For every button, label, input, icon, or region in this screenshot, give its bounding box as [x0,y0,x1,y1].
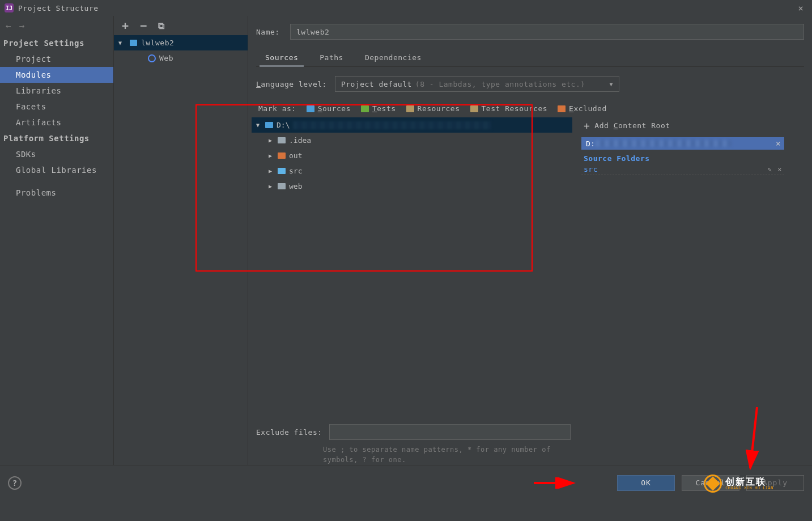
folder-icon [278,168,286,174]
title-bar: IJ Project Structure × [0,0,812,16]
module-content: Name: Sources Paths Dependencies Languag… [248,16,812,465]
content-root-path[interactable]: D: × [581,137,784,150]
module-name-input[interactable] [290,24,804,40]
sidebar-item-modules[interactable]: Modules [0,67,113,83]
section-project-settings: Project Settings [0,35,113,51]
web-facet-icon [148,54,156,62]
content-root-row[interactable]: ▼ D:\ [252,117,572,133]
module-icon [129,39,138,48]
folder-row-src[interactable]: ▶ src [252,163,572,179]
tab-dependencies[interactable]: Dependencies [363,50,424,66]
tests-color-icon [361,105,369,112]
expand-icon[interactable]: ▶ [266,168,274,174]
sidebar-item-facets[interactable]: Facets [0,99,113,115]
mark-resources-button[interactable]: Resources [406,104,460,113]
logo-icon [704,475,722,493]
nav-forward-icon[interactable]: → [19,20,25,31]
mark-tests-button[interactable]: Tests [361,104,396,113]
expand-icon[interactable]: ▶ [266,183,274,189]
dialog-footer: ? OK Cancel Apply [0,465,812,500]
folder-row-idea[interactable]: ▶ .idea [252,133,572,148]
resources-color-icon [406,105,414,112]
help-button[interactable]: ? [8,476,22,490]
folder-row-out[interactable]: ▶ out [252,148,572,163]
mark-test-resources-button[interactable]: Test Resources [470,104,548,113]
section-platform-settings: Platform Settings [0,130,113,146]
source-folder-label: src [584,165,598,173]
source-folder-item[interactable]: src ✎ × [581,164,784,175]
sidebar-item-problems[interactable]: Problems [0,185,113,201]
app-icon: IJ [5,3,14,12]
redacted-path [293,121,491,129]
exclude-hint: Use ; to separate name patterns, * for a… [256,442,573,465]
sources-color-icon [307,105,314,112]
sidebar-item-artifacts[interactable]: Artifacts [0,115,113,130]
content-roots-panel: + Add Content Root D: × Source Folders s… [581,117,784,270]
sidebar-item-project[interactable]: Project [0,51,113,67]
plus-icon: + [584,120,590,132]
mark-as-label: Mark as: [258,104,296,113]
remove-module-icon[interactable]: − [140,19,147,32]
sidebar-item-global-libraries[interactable]: Global Libraries [0,162,113,178]
content-root-prefix: D: [586,139,596,148]
exclude-files-input[interactable] [329,424,571,440]
remove-icon[interactable]: × [777,166,782,173]
language-level-hint: (8 - Lambdas, type annotations etc.) [415,80,585,88]
ok-button[interactable]: OK [617,475,675,491]
name-label: Name: [256,28,284,36]
add-content-root-button[interactable]: + Add Content Root [581,117,784,137]
module-node-root[interactable]: ▼ lwlweb2 [114,35,248,50]
tab-sources[interactable]: Sources [263,50,300,66]
folder-icon [278,153,286,159]
module-node-web[interactable]: Web [114,50,248,66]
exclude-files-label: Exclude files: [256,428,322,437]
root-path-prefix: D:\ [277,121,290,129]
copy-module-icon[interactable]: ⧉ [158,20,164,31]
language-level-value: Project default [341,80,412,88]
remove-root-icon[interactable]: × [776,139,781,148]
tab-paths[interactable]: Paths [317,50,346,66]
close-icon[interactable]: × [794,3,807,14]
expand-icon[interactable]: ▶ [266,137,274,143]
mark-sources-button[interactable]: Sources [307,104,351,113]
window-title: Project Structure [18,4,794,12]
folder-label: web [289,182,302,190]
edit-icon[interactable]: ✎ [768,166,772,173]
logo-text-cn: 创新互联 [725,477,773,486]
expand-icon[interactable]: ▶ [266,153,274,159]
folder-icon [278,183,286,189]
excluded-color-icon [558,105,566,112]
folder-label: .idea [289,136,311,145]
logo-text-en: CHUANG XIN HU LIAN [725,486,773,490]
sidebar-item-sdks[interactable]: SDKs [0,146,113,162]
watermark-logo: 创新互联 CHUANG XIN HU LIAN [704,475,773,493]
expand-icon[interactable]: ▼ [118,40,125,46]
nav-back-icon[interactable]: ← [6,20,11,31]
folder-label: out [289,151,302,160]
sidebar-item-libraries[interactable]: Libraries [0,83,113,99]
language-level-label: Language level: [256,80,327,88]
redacted-path [596,140,732,147]
folder-label: src [289,167,302,175]
test-resources-color-icon [470,105,478,112]
language-level-select[interactable]: Project default (8 - Lambdas, type annot… [335,76,619,92]
facet-label: Web [159,54,173,62]
collapse-icon[interactable]: ▼ [254,122,262,128]
module-tree-panel: + − ⧉ ▼ lwlweb2 Web [114,16,248,465]
chevron-down-icon: ▼ [609,81,613,87]
mark-excluded-button[interactable]: Excluded [558,104,607,113]
source-folders-header: Source Folders [581,150,784,164]
module-tabs: Sources Paths Dependencies [256,50,804,67]
module-name: lwlweb2 [141,39,174,47]
add-module-icon[interactable]: + [122,19,129,32]
folder-icon [278,137,286,143]
settings-sidebar: ← → Project Settings Project Modules Lib… [0,16,114,465]
folder-row-web[interactable]: ▶ web [252,179,572,194]
source-folder-tree: ▼ D:\ ▶ .idea ▶ out ▶ [252,117,572,270]
folder-icon [265,122,273,128]
